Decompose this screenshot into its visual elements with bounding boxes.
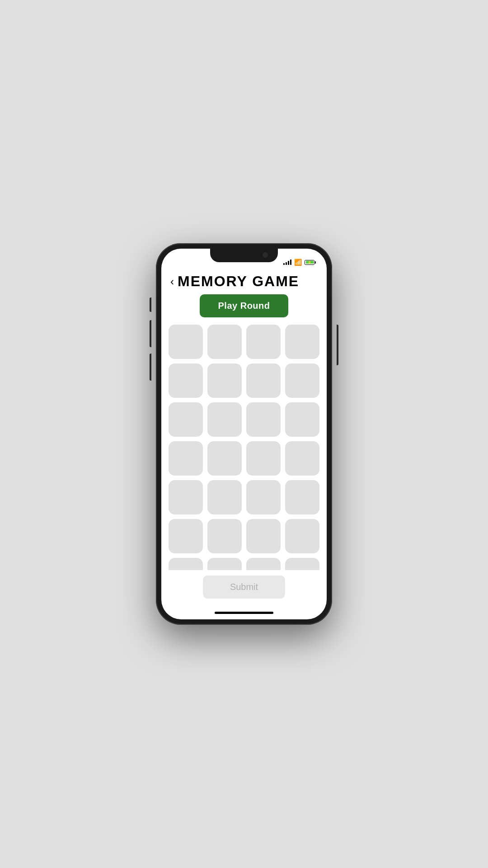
memory-card[interactable] bbox=[207, 325, 242, 359]
power-button bbox=[337, 325, 338, 365]
memory-card[interactable] bbox=[169, 363, 203, 398]
memory-card[interactable] bbox=[207, 363, 242, 398]
memory-card[interactable] bbox=[246, 480, 281, 514]
volume-mute-button bbox=[150, 297, 151, 312]
memory-card[interactable] bbox=[169, 519, 203, 553]
battery-bolt: ⚡ bbox=[307, 260, 312, 264]
home-indicator bbox=[161, 606, 327, 619]
memory-card[interactable] bbox=[169, 480, 203, 514]
memory-card[interactable] bbox=[285, 363, 319, 398]
memory-card[interactable] bbox=[246, 402, 281, 437]
signal-icon bbox=[283, 259, 291, 265]
phone-screen: 📶 ⚡ ‹ MEMORY GAME Play Round bbox=[161, 249, 327, 619]
memory-card[interactable] bbox=[207, 519, 242, 553]
volume-up-button bbox=[150, 320, 151, 347]
phone-frame: 📶 ⚡ ‹ MEMORY GAME Play Round bbox=[156, 243, 332, 625]
submit-container: Submit bbox=[161, 570, 327, 606]
memory-card[interactable] bbox=[246, 325, 281, 359]
memory-card[interactable] bbox=[246, 363, 281, 398]
memory-card[interactable] bbox=[169, 402, 203, 437]
play-round-container: Play Round bbox=[161, 294, 327, 325]
memory-card[interactable] bbox=[285, 558, 319, 570]
memory-card[interactable] bbox=[207, 558, 242, 570]
page-title: MEMORY GAME bbox=[178, 273, 299, 290]
memory-card[interactable] bbox=[169, 558, 203, 570]
camera-icon bbox=[263, 252, 268, 258]
wifi-icon: 📶 bbox=[294, 259, 302, 266]
signal-bar-4 bbox=[290, 259, 291, 265]
memory-card[interactable] bbox=[246, 519, 281, 553]
memory-card[interactable] bbox=[207, 480, 242, 514]
notch bbox=[210, 249, 278, 262]
signal-bar-1 bbox=[283, 263, 285, 265]
memory-card[interactable] bbox=[285, 325, 319, 359]
memory-card[interactable] bbox=[246, 558, 281, 570]
memory-card[interactable] bbox=[246, 441, 281, 476]
memory-card[interactable] bbox=[285, 519, 319, 553]
signal-bar-3 bbox=[288, 261, 289, 265]
battery-icon: ⚡ bbox=[305, 260, 316, 265]
volume-down-button bbox=[150, 354, 151, 381]
status-icons: 📶 ⚡ bbox=[283, 259, 316, 266]
back-button[interactable]: ‹ bbox=[170, 275, 174, 288]
memory-card[interactable] bbox=[285, 441, 319, 476]
submit-button[interactable]: Submit bbox=[203, 576, 285, 599]
header: ‹ MEMORY GAME bbox=[161, 273, 327, 294]
memory-card[interactable] bbox=[169, 441, 203, 476]
card-grid-container bbox=[161, 325, 327, 570]
memory-card[interactable] bbox=[169, 325, 203, 359]
battery-body: ⚡ bbox=[305, 260, 314, 265]
signal-bar-2 bbox=[286, 262, 287, 265]
battery-tip bbox=[315, 261, 316, 264]
memory-card[interactable] bbox=[285, 480, 319, 514]
memory-card[interactable] bbox=[207, 441, 242, 476]
card-grid bbox=[169, 325, 319, 570]
memory-card[interactable] bbox=[207, 402, 242, 437]
play-round-button[interactable]: Play Round bbox=[200, 294, 288, 317]
app-content: ‹ MEMORY GAME Play Round Submit bbox=[161, 269, 327, 619]
home-bar bbox=[215, 612, 273, 614]
memory-card[interactable] bbox=[285, 402, 319, 437]
